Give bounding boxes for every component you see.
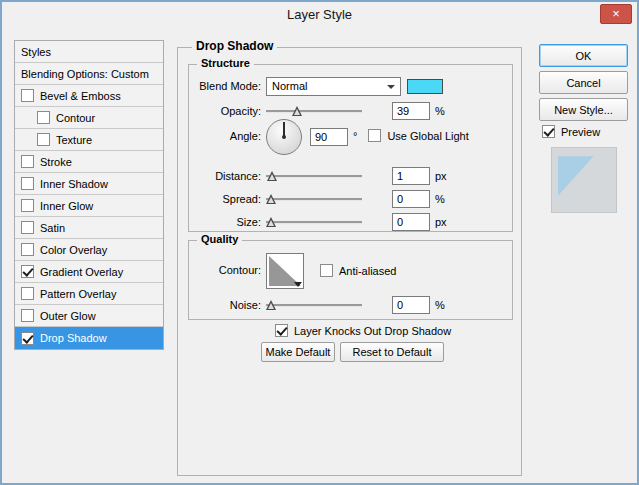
- sidebar-item-label: Drop Shadow: [40, 332, 107, 344]
- preview-layer-shape: [558, 156, 594, 196]
- distance-slider[interactable]: [266, 169, 362, 183]
- sidebar-item-label: Stroke: [40, 156, 72, 168]
- layer-knocks-out-box[interactable]: [275, 324, 288, 337]
- sidebar-item-contour[interactable]: Contour: [15, 107, 163, 129]
- inner-shadow-checkbox[interactable]: [21, 177, 34, 190]
- noise-slider[interactable]: [266, 298, 362, 312]
- sidebar-item-texture[interactable]: Texture: [15, 129, 163, 151]
- sidebar-item-label: Satin: [40, 222, 65, 234]
- chevron-down-icon[interactable]: [294, 282, 302, 287]
- angle-dial[interactable]: [266, 119, 302, 155]
- slider-thumb[interactable]: [266, 194, 276, 204]
- inner-glow-checkbox[interactable]: [21, 199, 34, 212]
- opacity-input[interactable]: 39: [392, 102, 430, 120]
- gradient-overlay-checkbox[interactable]: [21, 265, 34, 278]
- sidebar-item-label: Outer Glow: [40, 310, 96, 322]
- slider-track: [266, 110, 362, 112]
- pattern-overlay-checkbox[interactable]: [21, 287, 34, 300]
- spread-slider[interactable]: [266, 192, 362, 206]
- blend-mode-row: Blend Mode: Normal: [189, 76, 512, 96]
- slider-track: [266, 304, 362, 306]
- blend-mode-select[interactable]: Normal: [266, 77, 401, 96]
- sidebar-item-label: Texture: [56, 134, 92, 146]
- texture-checkbox[interactable]: [37, 133, 50, 146]
- slider-track: [266, 221, 362, 223]
- angle-row: Angle: 90 ° Use Global Light: [189, 119, 512, 159]
- window-title: Layer Style: [2, 7, 637, 22]
- distance-label: Distance:: [189, 170, 261, 182]
- bevel-emboss-checkbox[interactable]: [21, 89, 34, 102]
- size-row: Size: 0 px: [189, 212, 512, 232]
- sidebar-item-pattern-overlay[interactable]: Pattern Overlay: [15, 283, 163, 305]
- angle-unit: °: [353, 130, 357, 142]
- anti-aliased-checkbox[interactable]: Anti-aliased: [320, 264, 396, 277]
- satin-checkbox[interactable]: [21, 221, 34, 234]
- sidebar-item-outer-glow[interactable]: Outer Glow: [15, 305, 163, 327]
- slider-thumb[interactable]: [292, 106, 302, 116]
- quality-section: Quality Contour: Anti-aliased Noise:: [188, 240, 513, 320]
- sidebar-item-label: Inner Shadow: [40, 178, 108, 190]
- color-overlay-checkbox[interactable]: [21, 243, 34, 256]
- slider-thumb[interactable]: [266, 300, 276, 310]
- sidebar-item-gradient-overlay[interactable]: Gradient Overlay: [15, 261, 163, 283]
- contour-row: Contour: Anti-aliased: [189, 253, 512, 289]
- sidebar-item-color-overlay[interactable]: Color Overlay: [15, 239, 163, 261]
- preview-box[interactable]: [542, 125, 555, 138]
- opacity-slider[interactable]: [266, 104, 362, 118]
- outer-glow-checkbox[interactable]: [21, 309, 34, 322]
- sidebar-item-label: Inner Glow: [40, 200, 93, 212]
- styles-header-label: Styles: [21, 46, 51, 58]
- layer-knocks-out-label: Layer Knocks Out Drop Shadow: [294, 325, 451, 337]
- sidebar-item-bevel-emboss[interactable]: Bevel & Emboss: [15, 85, 163, 107]
- sidebar-item-inner-glow[interactable]: Inner Glow: [15, 195, 163, 217]
- chevron-down-icon: [387, 85, 395, 89]
- shadow-color-swatch[interactable]: [407, 79, 443, 94]
- stroke-checkbox[interactable]: [21, 155, 34, 168]
- layer-style-dialog: Layer Style × Styles Blending Options: C…: [0, 0, 639, 485]
- close-button[interactable]: ×: [600, 4, 632, 24]
- blend-mode-value: Normal: [272, 80, 307, 92]
- noise-input[interactable]: 0: [392, 296, 430, 314]
- sidebar-item-drop-shadow[interactable]: Drop Shadow: [15, 327, 163, 349]
- opacity-row: Opacity: 39 %: [189, 101, 512, 121]
- size-slider[interactable]: [266, 215, 362, 229]
- sidebar-item-label: Bevel & Emboss: [40, 90, 121, 102]
- reset-to-default-button[interactable]: Reset to Default: [340, 342, 444, 362]
- sidebar-item-inner-shadow[interactable]: Inner Shadow: [15, 173, 163, 195]
- sidebar-item-label: Gradient Overlay: [40, 266, 123, 278]
- opacity-unit: %: [435, 105, 445, 117]
- make-default-button[interactable]: Make Default: [261, 342, 335, 362]
- slider-track: [266, 175, 362, 177]
- layer-knocks-out-checkbox[interactable]: Layer Knocks Out Drop Shadow: [275, 324, 451, 337]
- titlebar[interactable]: Layer Style ×: [2, 2, 637, 28]
- sidebar-item-stroke[interactable]: Stroke: [15, 151, 163, 173]
- anti-aliased-box[interactable]: [320, 264, 333, 277]
- ok-button[interactable]: OK: [539, 44, 628, 67]
- contour-picker[interactable]: [266, 253, 304, 289]
- new-style-button[interactable]: New Style...: [539, 98, 628, 121]
- distance-row: Distance: 1 px: [189, 166, 512, 186]
- sidebar-item-satin[interactable]: Satin: [15, 217, 163, 239]
- use-global-light-checkbox[interactable]: Use Global Light: [368, 129, 468, 142]
- sidebar-item-blending-options[interactable]: Blending Options: Custom: [15, 63, 163, 85]
- anti-aliased-label: Anti-aliased: [339, 265, 396, 277]
- slider-thumb[interactable]: [267, 171, 277, 181]
- spread-unit: %: [435, 193, 445, 205]
- angle-center-icon: [282, 135, 286, 139]
- contour-label: Contour:: [189, 264, 261, 276]
- sidebar-item-label: Color Overlay: [40, 244, 107, 256]
- spread-input[interactable]: 0: [392, 190, 430, 208]
- spread-row: Spread: 0 %: [189, 189, 512, 209]
- styles-list: Styles Blending Options: Custom Bevel & …: [14, 40, 164, 350]
- use-global-light-box[interactable]: [368, 129, 381, 142]
- distance-unit: px: [435, 170, 447, 182]
- distance-input[interactable]: 1: [392, 167, 430, 185]
- preview-checkbox[interactable]: Preview: [542, 125, 600, 138]
- angle-input[interactable]: 90: [310, 128, 348, 146]
- blend-mode-label: Blend Mode:: [189, 80, 261, 92]
- cancel-button[interactable]: Cancel: [539, 71, 628, 94]
- slider-thumb[interactable]: [266, 217, 276, 227]
- contour-checkbox[interactable]: [37, 111, 50, 124]
- drop-shadow-checkbox[interactable]: [21, 332, 34, 345]
- size-input[interactable]: 0: [392, 213, 430, 231]
